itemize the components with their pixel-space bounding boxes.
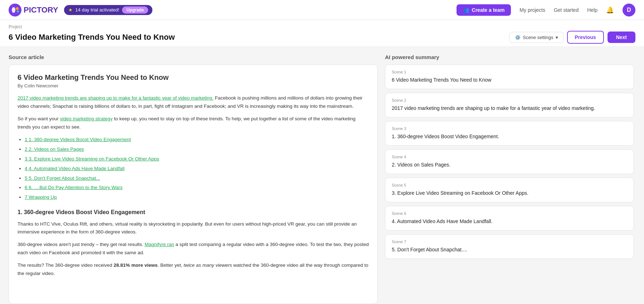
scene-label-6: Scene 6: [392, 211, 627, 216]
gear-icon: ⚙️: [515, 35, 521, 40]
article-title: 6 Video Marketing Trends You Need to Kno…: [18, 73, 369, 82]
scene-card-7[interactable]: Scene 7 5. Don't Forget About Snapchat..…: [385, 234, 634, 259]
para3-italic: twice as many viewers: [184, 262, 232, 268]
scene-label-1: Scene 1: [392, 70, 627, 74]
article-author: By Colin Newcomer: [18, 83, 369, 88]
toc-link-3[interactable]: 3 3. Explore Live Video Streaming on Fac…: [25, 156, 159, 161]
create-team-button[interactable]: 👥 Create a team: [457, 4, 511, 16]
toc-item-3: 3 3. Explore Live Video Streaming on Fac…: [25, 155, 369, 163]
next-button[interactable]: Next: [608, 32, 635, 43]
source-panel: Source article 6 Video Marketing Trends …: [9, 54, 378, 297]
scene-label-7: Scene 7: [392, 240, 627, 244]
article-card: 6 Video Marketing Trends You Need to Kno…: [9, 64, 378, 304]
article-toc-list: 1 1. 360-degree Videos Boost Video Engag…: [25, 136, 369, 202]
toc-link-4[interactable]: 4 4. Automated Video Ads Have Made Landf…: [25, 166, 125, 171]
title-actions: ⚙️ Scene settings ▾ Previous Next: [509, 31, 635, 44]
logo-text: PICTORY: [24, 5, 58, 15]
scene-card-4[interactable]: Scene 4 2. Videos on Sales Pages.: [385, 149, 634, 174]
trial-badge: ★ 14 day trial activated! Upgrade: [64, 5, 153, 15]
previous-button[interactable]: Previous: [567, 31, 604, 44]
toc-link-6[interactable]: 6 6. ....But Do Pay Attention to the Sto…: [25, 185, 122, 190]
header: PICTORY ★ 14 day trial activated! Upgrad…: [0, 0, 644, 20]
magnifyre-link[interactable]: Magnifyre ran: [145, 242, 174, 247]
chevron-down-icon: ▾: [556, 35, 558, 40]
team-icon: 👥: [463, 7, 469, 13]
header-left: PICTORY ★ 14 day trial activated! Upgrad…: [9, 4, 152, 16]
scene-text-6: 4. Automated Video Ads Have Made Landfal…: [392, 218, 627, 225]
svg-point-2: [16, 7, 19, 10]
source-panel-heading: Source article: [9, 54, 378, 60]
avatar[interactable]: D: [623, 4, 635, 16]
upgrade-button[interactable]: Upgrade: [122, 6, 148, 14]
toc-link-7[interactable]: 7 Wrapping Up: [25, 194, 57, 200]
scene-card-1[interactable]: Scene 1 6 Video Marketing Trends You Nee…: [385, 64, 634, 89]
summary-panel: AI powered summary Scene 1 6 Video Marke…: [385, 54, 635, 297]
section1-para2: 360-degree videos aren't just trendy – t…: [18, 241, 369, 257]
scene-card-6[interactable]: Scene 6 4. Automated Video Ads Have Made…: [385, 206, 634, 231]
toc-link-1[interactable]: 1 1. 360-degree Videos Boost Video Engag…: [25, 137, 131, 142]
my-projects-link[interactable]: My projects: [519, 7, 545, 13]
get-started-link[interactable]: Get started: [554, 7, 579, 13]
toc-item-1: 1 1. 360-degree Videos Boost Video Engag…: [25, 136, 369, 144]
trial-text: 14 day trial activated!: [75, 7, 119, 13]
toc-link-2[interactable]: 2 2. Videos on Sales Pages: [25, 146, 84, 152]
scene-settings-label: Scene settings: [523, 35, 553, 40]
section1-para1: Thanks to HTC Vive, Oculus Rift, and oth…: [18, 220, 369, 237]
scene-card-3[interactable]: Scene 3 1. 360-degree Videos Boost Video…: [385, 121, 634, 146]
main-content: Source article 6 Video Marketing Trends …: [0, 47, 644, 304]
scene-text-3: 1. 360-degree Videos Boost Video Engagem…: [392, 133, 627, 140]
notification-bell-icon[interactable]: 🔔: [606, 6, 614, 14]
scene-text-7: 5. Don't Forget About Snapchat....: [392, 246, 627, 254]
help-link[interactable]: Help: [587, 7, 597, 13]
section1-para3: The results? The 360-degree video receiv…: [18, 261, 369, 278]
svg-point-1: [12, 7, 15, 13]
toc-link-5[interactable]: 5 5. Don't Forget About Snapchat...: [25, 175, 100, 181]
logo-icon: [9, 4, 21, 16]
star-icon: ★: [68, 7, 73, 13]
toc-item-5: 5 5. Don't Forget About Snapchat...: [25, 174, 369, 183]
scene-label-4: Scene 4: [392, 155, 627, 159]
article-para-1: 2017 video marketing trends are shaping …: [18, 94, 369, 111]
scene-label-5: Scene 5: [392, 183, 627, 187]
scene-text-1: 6 Video Marketing Trends You Need to Kno…: [392, 76, 627, 84]
highlight-span: 2017 video marketing trends are shaping …: [18, 95, 214, 101]
scene-label-2: Scene 2: [392, 98, 627, 102]
project-bar: Project 6 Video Marketing Trends You Nee…: [0, 20, 644, 47]
toc-item-2: 2 2. Videos on Sales Pages: [25, 145, 369, 154]
project-title-row: 6 Video Marketing Trends You Need to Kno…: [9, 31, 635, 44]
toc-item-7: 7 Wrapping Up: [25, 193, 369, 202]
article-para-2: So if you want your video marketing stra…: [18, 115, 369, 131]
section1-heading: 1. 360-degree Videos Boost Video Engagem…: [18, 207, 369, 217]
scene-text-2: 2017 video marketing trends are shaping …: [392, 105, 627, 112]
scenes-list: Scene 1 6 Video Marketing Trends You Nee…: [385, 64, 635, 304]
logo: PICTORY: [9, 4, 58, 16]
para3-before: The results? The 360-degree video receiv…: [18, 262, 113, 268]
scene-card-5[interactable]: Scene 5 3. Explore Live Video Streaming …: [385, 178, 634, 202]
article-body: 2017 video marketing trends are shaping …: [18, 94, 369, 278]
summary-panel-heading: AI powered summary: [385, 54, 635, 60]
create-team-label: Create a team: [472, 7, 505, 13]
header-nav: 👥 Create a team My projects Get started …: [457, 4, 635, 16]
para3-mid: . Better yet,: [158, 262, 184, 268]
svg-point-3: [17, 10, 19, 13]
scene-text-4: 2. Videos on Sales Pages.: [392, 161, 627, 169]
para3-bold: 28.81% more views: [113, 262, 157, 268]
scene-card-2[interactable]: Scene 2 2017 video marketing trends are …: [385, 93, 634, 117]
toc-item-6: 6 6. ....But Do Pay Attention to the Sto…: [25, 184, 369, 192]
video-strategy-link[interactable]: video marketing strategy: [60, 116, 113, 121]
scene-settings-button[interactable]: ⚙️ Scene settings ▾: [509, 32, 563, 43]
project-label: Project: [9, 24, 635, 29]
project-title: 6 Video Marketing Trends You Need to Kno…: [9, 33, 175, 42]
scene-text-5: 3. Explore Live Video Streaming on Faceb…: [392, 189, 627, 197]
toc-item-4: 4 4. Automated Video Ads Have Made Landf…: [25, 165, 369, 173]
scene-label-3: Scene 3: [392, 126, 627, 131]
